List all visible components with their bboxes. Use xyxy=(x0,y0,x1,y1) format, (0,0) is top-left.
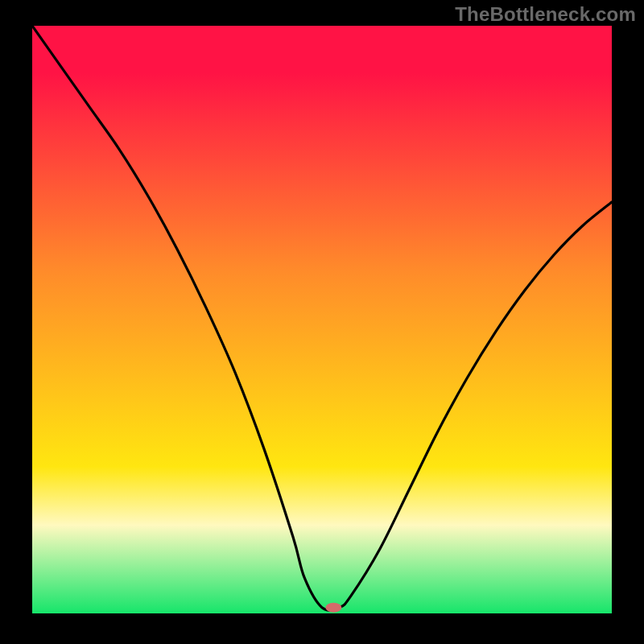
watermark-text: TheBottleneck.com xyxy=(455,3,636,26)
curve-svg xyxy=(32,26,612,613)
bottleneck-curve xyxy=(32,26,612,610)
optimal-point-marker xyxy=(325,603,341,613)
chart-frame: TheBottleneck.com xyxy=(0,0,644,644)
plot-area xyxy=(32,26,612,613)
